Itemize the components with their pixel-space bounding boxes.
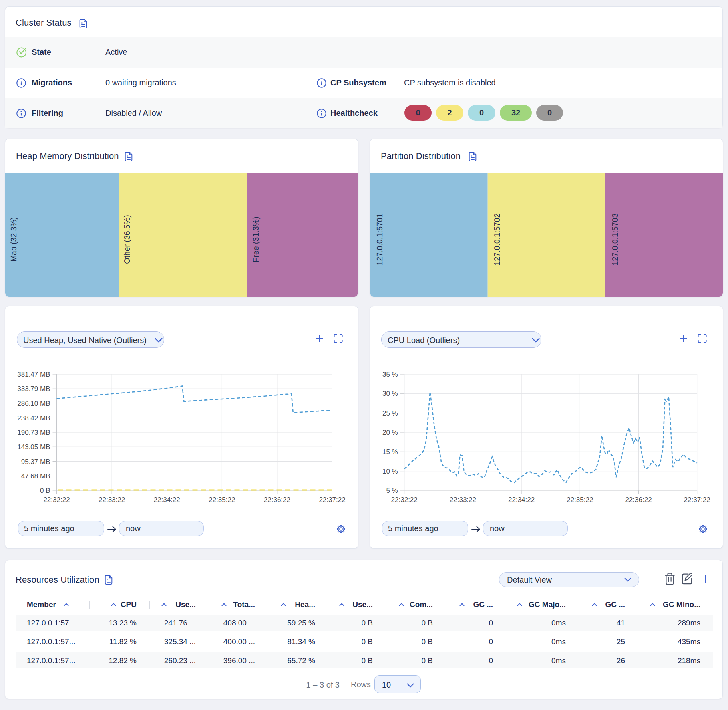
svg-text:Free (31.3%): Free (31.3%) bbox=[251, 217, 260, 262]
svg-text:22:37:22: 22:37:22 bbox=[319, 496, 345, 504]
svg-text:22:32:22: 22:32:22 bbox=[43, 496, 70, 504]
svg-text:22:36:22: 22:36:22 bbox=[264, 496, 290, 504]
svg-text:22:34:22: 22:34:22 bbox=[154, 496, 180, 504]
svg-text:143.05 MB: 143.05 MB bbox=[17, 443, 50, 451]
svg-text:381.47 MB: 381.47 MB bbox=[17, 371, 50, 378]
svg-text:22:37:22: 22:37:22 bbox=[684, 496, 710, 504]
svg-text:127.0.0.1:5701: 127.0.0.1:5701 bbox=[375, 213, 384, 265]
svg-text:15 %: 15 % bbox=[382, 448, 398, 456]
svg-text:22:35:22: 22:35:22 bbox=[567, 496, 593, 504]
svg-text:22:33:22: 22:33:22 bbox=[99, 496, 125, 504]
svg-text:10 %: 10 % bbox=[382, 468, 398, 475]
svg-text:286.10 MB: 286.10 MB bbox=[17, 400, 50, 407]
svg-text:238.42 MB: 238.42 MB bbox=[17, 414, 50, 422]
svg-text:Other (36.5%): Other (36.5%) bbox=[123, 215, 131, 264]
svg-text:47.68 MB: 47.68 MB bbox=[21, 472, 50, 480]
svg-text:22:34:22: 22:34:22 bbox=[508, 496, 535, 504]
svg-text:0 B: 0 B bbox=[40, 487, 50, 494]
svg-text:333.79 MB: 333.79 MB bbox=[17, 385, 50, 393]
svg-text:5 %: 5 % bbox=[386, 487, 398, 494]
svg-text:127.0.0.1:5703: 127.0.0.1:5703 bbox=[611, 213, 619, 265]
svg-text:25 %: 25 % bbox=[382, 409, 398, 417]
svg-text:22:36:22: 22:36:22 bbox=[625, 496, 652, 504]
svg-text:190.73 MB: 190.73 MB bbox=[17, 429, 50, 436]
svg-text:20 %: 20 % bbox=[382, 429, 398, 436]
svg-text:22:35:22: 22:35:22 bbox=[209, 496, 235, 504]
svg-text:22:32:22: 22:32:22 bbox=[391, 496, 418, 504]
svg-text:30 %: 30 % bbox=[382, 390, 398, 397]
svg-text:35 %: 35 % bbox=[382, 371, 398, 378]
svg-text:Map (32.3%): Map (32.3%) bbox=[9, 217, 18, 262]
svg-text:95.37 MB: 95.37 MB bbox=[21, 458, 50, 466]
svg-text:127.0.0.1:5702: 127.0.0.1:5702 bbox=[493, 213, 501, 265]
svg-text:22:33:22: 22:33:22 bbox=[450, 496, 476, 504]
